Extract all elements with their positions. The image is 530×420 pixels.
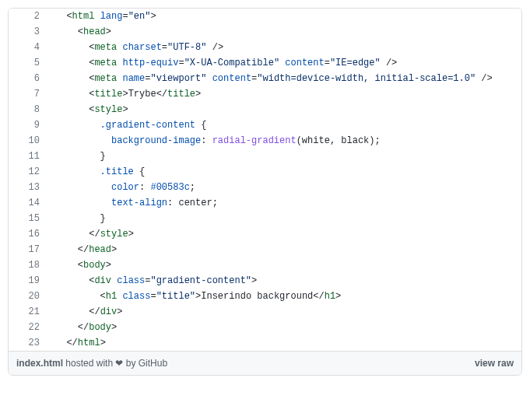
token: > (150, 11, 156, 22)
view-raw-link[interactable]: view raw (475, 358, 514, 369)
token: title (167, 89, 195, 100)
token: color (111, 182, 139, 193)
line-content: <div class="gradient-content"> (47, 273, 521, 289)
token: > (251, 275, 257, 286)
line-number[interactable]: 15 (9, 211, 47, 226)
token: Trybe (128, 89, 156, 100)
by-text: by (123, 358, 138, 369)
line-content: <meta name="viewport" content="width=dev… (47, 71, 521, 86)
token: head (83, 26, 106, 37)
gist-container: 2 <html lang="en">3 <head>4 <meta charse… (8, 8, 522, 376)
line-content: </div> (47, 304, 521, 320)
token: < (78, 26, 83, 37)
line-content: .title { (47, 164, 521, 180)
code-table: 2 <html lang="en">3 <head>4 <meta charse… (9, 9, 521, 351)
token: class (117, 275, 145, 286)
line-content: color: #00583c; (47, 180, 521, 195)
line-number[interactable]: 2 (9, 9, 47, 24)
token: style (94, 104, 122, 115)
token: meta (94, 58, 117, 68)
token: > (106, 26, 111, 37)
token: : (201, 135, 212, 146)
token (94, 11, 100, 22)
line-number[interactable]: 4 (9, 40, 47, 55)
token: (white, black); (297, 135, 381, 146)
line-number[interactable]: 20 (9, 289, 47, 304)
line-number[interactable]: 3 (9, 24, 47, 40)
line-number[interactable]: 5 (9, 55, 47, 71)
token: = (162, 42, 167, 53)
line-number[interactable]: 11 (9, 149, 47, 164)
token: head (89, 244, 111, 255)
code-line: 21 </div> (9, 304, 521, 320)
line-number[interactable]: 19 (9, 273, 47, 289)
token: > (111, 244, 117, 255)
token: meta (94, 73, 117, 84)
token: > (111, 322, 117, 333)
line-number[interactable]: 18 (9, 257, 47, 273)
line-number[interactable]: 8 (9, 102, 47, 117)
code-line: 17 </head> (9, 242, 521, 257)
token: > (128, 229, 134, 240)
line-content: <head> (47, 24, 521, 40)
token: { (134, 166, 145, 177)
token: > (117, 306, 122, 317)
token: h1 (106, 291, 117, 302)
line-number[interactable]: 22 (9, 320, 47, 335)
token: Inserindo background (201, 291, 313, 302)
code-line: 6 <meta name="viewport" content="width=d… (9, 71, 521, 86)
line-content: <style> (47, 102, 521, 117)
line-number[interactable]: 10 (9, 133, 47, 149)
code-line: 15 } (9, 211, 521, 226)
token: "viewport" (150, 73, 206, 84)
line-number[interactable]: 13 (9, 180, 47, 195)
token: </ (313, 291, 324, 302)
token: html (72, 11, 95, 22)
line-content: background-image: radial-gradient(white,… (47, 133, 521, 149)
github-link[interactable]: GitHub (139, 358, 167, 369)
code-line: 23 </html> (9, 335, 521, 351)
token: title (94, 89, 122, 100)
token: div (100, 306, 118, 317)
token: </ (156, 89, 167, 100)
line-number[interactable]: 7 (9, 86, 47, 102)
token: > (122, 89, 128, 100)
token: </ (89, 306, 100, 317)
token: = (325, 58, 330, 68)
code-line: 4 <meta charset="UTF-8" /> (9, 40, 521, 55)
filename-link[interactable]: index.html (16, 358, 63, 369)
line-number[interactable]: 23 (9, 335, 47, 351)
token: "UTF-8" (167, 42, 206, 53)
line-number[interactable]: 6 (9, 71, 47, 86)
code-line: 19 <div class="gradient-content"> (9, 273, 521, 289)
line-number[interactable]: 12 (9, 164, 47, 180)
line-content: </style> (47, 226, 521, 242)
token: lang (100, 11, 123, 22)
token: > (335, 291, 341, 302)
line-number[interactable]: 17 (9, 242, 47, 257)
code-line: 16 </style> (9, 226, 521, 242)
line-number[interactable]: 9 (9, 117, 47, 133)
line-number[interactable]: 21 (9, 304, 47, 320)
token: #00583c (150, 182, 189, 193)
token: > (122, 104, 128, 115)
line-content: } (47, 149, 521, 164)
line-number[interactable]: 14 (9, 195, 47, 211)
token: h1 (325, 291, 335, 302)
gist-footer: index.html hosted with ❤ by GitHub view … (9, 351, 521, 375)
line-number[interactable]: 16 (9, 226, 47, 242)
token: </ (78, 244, 89, 255)
token: > (195, 89, 201, 100)
line-content: <meta charset="UTF-8" /> (47, 40, 521, 55)
token: radial-gradient (212, 135, 297, 146)
token: class (122, 291, 150, 302)
token: = (178, 58, 184, 68)
token: /> (206, 42, 223, 53)
line-content: } (47, 211, 521, 226)
token: ; (190, 182, 195, 193)
token: > (100, 338, 106, 348)
token: "X-UA-Compatible" (184, 58, 279, 68)
code-line: 7 <title>Trybe</title> (9, 86, 521, 102)
token: = (150, 291, 156, 302)
token: { (195, 120, 206, 131)
